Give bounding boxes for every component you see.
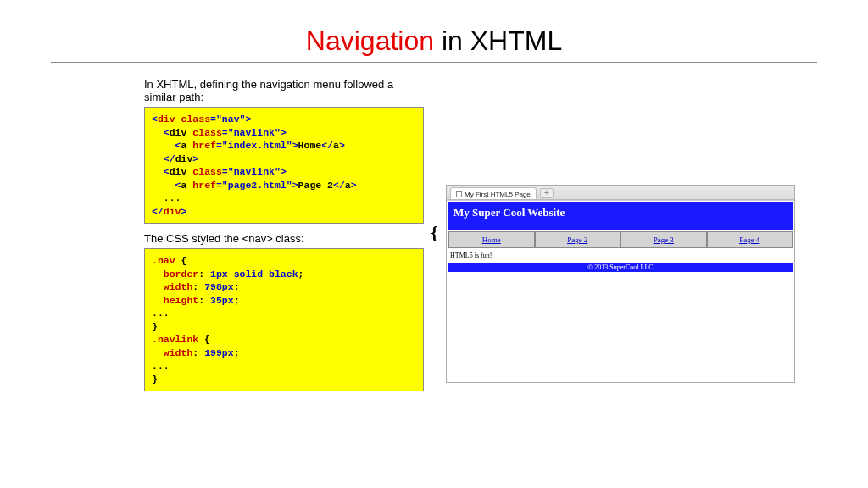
code-line: ... [152,360,170,371]
page-footer: © 2013 SuperCool LLC [448,263,793,272]
code-line: <div class="nav"> [152,114,251,125]
slide: Navigation in XHTML In XHTML, defining t… [0,0,868,488]
code-line: ... [152,192,181,203]
code-line: <div class="navlink"> [152,127,287,138]
title-red: Navigation [306,25,434,56]
title-rule [51,62,817,63]
browser-mockup: My First HTML5 Page + My Super Cool Webs… [446,185,795,383]
nav-item[interactable]: Home [448,231,535,248]
content-row: In XHTML, defining the navigation menu f… [144,78,817,391]
code-line: width: 199px; [152,347,240,358]
html-code-box: <div class="nav"> <div class="navlink"> … [144,107,424,224]
browser-tab[interactable]: My First HTML5 Page [450,187,537,199]
code-line: <div class="navlink"> [152,166,287,177]
slide-title: Navigation in XHTML [51,25,817,57]
intro-text-2: The CSS styled the <nav> class: [144,232,424,245]
browser-viewport: My Super Cool Website Home Page 2 Page 3… [447,200,794,382]
code-line: </div> [152,206,186,217]
browser-tabbar: My First HTML5 Page + [447,186,794,200]
page-header: My Super Cool Website [448,202,793,230]
nav-bar: Home Page 2 Page 3 Page 4 [448,231,793,248]
nav-item[interactable]: Page 2 [535,231,621,248]
code-line: </div> [152,153,198,164]
title-rest: in XHTML [434,25,562,56]
code-line: } [152,374,158,385]
code-line: } [152,321,158,332]
code-line: <a href="page2.html">Page 2</a> [152,180,357,191]
nav-item[interactable]: Page 3 [620,231,707,248]
nav-item[interactable]: Page 4 [707,231,793,248]
css-code-box: .nav { border: 1px solid black; width: 7… [144,248,424,391]
tab-title: My First HTML5 Page [465,191,531,198]
page-icon [456,191,462,197]
code-line: width: 798px; [152,281,240,292]
code-line: height: 35px; [152,295,240,306]
code-line: <a href="index.html">Home</a> [152,140,345,151]
code-line: border: 1px solid black; [152,269,303,280]
intro-text-1: In XHTML, defining the navigation menu f… [144,78,424,103]
code-line: .navlink { [152,334,210,345]
new-tab-button[interactable]: + [540,188,554,198]
code-line: .nav { [152,255,186,266]
code-line: ... [152,308,170,319]
left-column: In XHTML, defining the navigation menu f… [144,78,424,391]
curly-brace-icon: { [431,222,438,244]
right-column: { My First HTML5 Page + My Super Cool We… [446,185,795,391]
page-body-text: HTML5 is fun! [447,248,794,261]
